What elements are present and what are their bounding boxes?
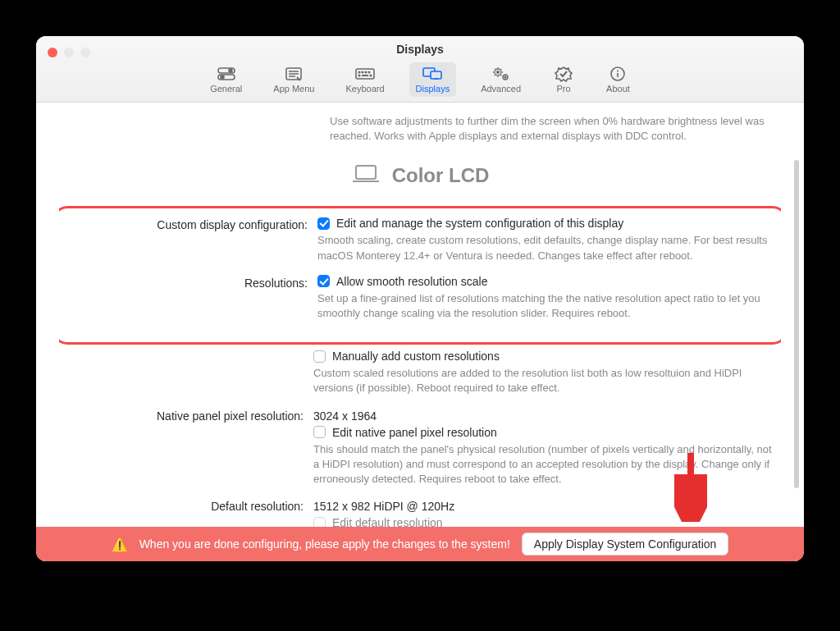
apply-banner: ⚠️ When you are done configuring, please…: [36, 527, 804, 561]
svg-point-24: [617, 71, 619, 72]
svg-point-3: [221, 75, 224, 79]
apply-message: When you are done configuring, please ap…: [139, 537, 510, 551]
svg-point-20: [496, 71, 499, 74]
display-heading: Color LCD: [59, 163, 781, 188]
label-default-resolution: Default resolution:: [59, 498, 313, 513]
window-controls: [48, 48, 90, 57]
apply-configuration-button[interactable]: Apply Display System Configuration: [522, 533, 729, 556]
desc-edit-native: This should match the panel's physical r…: [313, 442, 781, 487]
highlight-annotation: Custom display configuration: Edit and m…: [59, 206, 781, 345]
tab-pro[interactable]: Pro: [546, 62, 582, 97]
value-default-resolution: 1512 x 982 HiDPI @ 120Hz: [313, 498, 781, 513]
label-custom-config: Custom display configuration:: [63, 217, 317, 231]
checkbox-label: Allow smooth resolution scale: [336, 275, 487, 288]
tab-displays[interactable]: Displays: [409, 62, 457, 97]
svg-rect-26: [356, 166, 376, 179]
svg-rect-17: [431, 71, 441, 79]
svg-point-11: [365, 71, 367, 73]
laptop-icon: [351, 163, 381, 188]
svg-rect-8: [356, 69, 374, 79]
tab-advanced[interactable]: Advanced: [474, 62, 527, 97]
tab-label: Displays: [416, 84, 450, 94]
tab-label: General: [210, 84, 242, 94]
checkbox-manual-add[interactable]: [313, 350, 326, 363]
checkbox-smooth-scale[interactable]: [317, 275, 330, 287]
desc-resolutions: Set up a fine-grained list of resolution…: [317, 291, 777, 321]
toolbar: General App Menu: [36, 62, 804, 102]
label-native-panel: Native panel pixel resolution:: [59, 408, 313, 423]
zoom-window-button[interactable]: [80, 48, 90, 57]
gears-icon: [490, 66, 513, 82]
checkbox-label: Edit native panel pixel resolution: [332, 426, 497, 439]
desc-custom-config: Smooth scaling, create custom resolution…: [317, 233, 777, 263]
svg-point-22: [504, 76, 506, 78]
row-edit-native: Edit native panel pixel resolution This …: [59, 426, 781, 496]
tab-about[interactable]: About: [600, 62, 637, 97]
content-area: Use software adjustments to further dim …: [36, 103, 804, 561]
desc-manual-add: Custom scaled resolutions are added to t…: [313, 366, 781, 396]
checkbox-edit-native[interactable]: [313, 426, 326, 438]
svg-point-12: [368, 71, 370, 73]
minimize-window-button[interactable]: [64, 48, 74, 57]
info-icon: [606, 66, 629, 82]
tab-app-menu[interactable]: App Menu: [267, 62, 321, 97]
checkbox-label: Manually add custom resolutions: [332, 350, 500, 363]
checkbox-custom-config[interactable]: [317, 217, 330, 230]
scrollbar[interactable]: [794, 160, 799, 488]
close-window-button[interactable]: [48, 48, 57, 57]
row-custom-config: Custom display configuration: Edit and m…: [63, 217, 777, 271]
window-title: Displays: [36, 43, 804, 56]
svg-point-10: [362, 71, 363, 73]
row-manual-add: Manually add custom resolutions Custom s…: [59, 350, 781, 404]
titlebar: Displays General: [36, 36, 804, 103]
row-native-panel: Native panel pixel resolution: 3024 x 19…: [59, 408, 781, 423]
row-resolutions: Resolutions: Allow smooth resolution sca…: [63, 275, 777, 329]
display-name: Color LCD: [392, 164, 490, 187]
label-resolutions: Resolutions:: [63, 275, 317, 290]
svg-point-14: [370, 75, 372, 76]
value-native-panel: 3024 x 1964: [313, 408, 781, 423]
toggles-icon: [215, 66, 238, 82]
displays-icon: [421, 66, 444, 82]
tab-label: About: [606, 84, 630, 94]
menu-icon: [282, 66, 305, 82]
keyboard-icon: [354, 66, 377, 82]
badge-icon: [552, 66, 575, 82]
tab-general[interactable]: General: [203, 62, 249, 97]
intro-text: Use software adjustments to further dim …: [330, 114, 781, 144]
svg-point-1: [229, 69, 232, 72]
tab-label: App Menu: [273, 84, 314, 94]
tab-keyboard[interactable]: Keyboard: [339, 62, 390, 97]
svg-point-13: [358, 75, 360, 76]
warning-icon: ⚠️: [112, 537, 128, 552]
tab-label: Pro: [557, 84, 571, 94]
tab-label: Keyboard: [345, 84, 384, 94]
checkbox-label: Edit and manage the system configuration…: [336, 217, 623, 230]
tab-label: Advanced: [481, 84, 521, 94]
row-default-resolution: Default resolution: 1512 x 982 HiDPI @ 1…: [59, 498, 781, 513]
svg-point-9: [358, 71, 360, 73]
preferences-window: Displays General: [36, 36, 804, 561]
